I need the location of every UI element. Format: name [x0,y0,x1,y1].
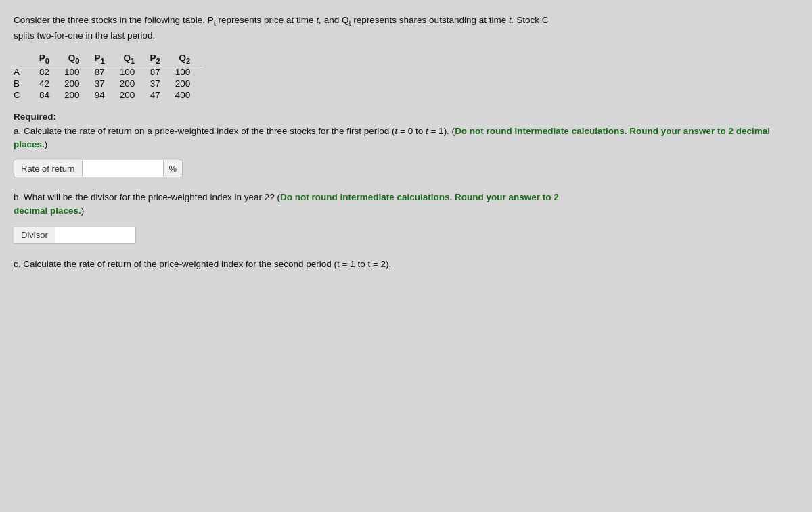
required-label: Required: [14,112,798,122]
col-header-q0: Q0 [62,52,92,66]
divisor-row: Divisor [14,227,798,244]
question-c-text: c. Calculate the rate of return of the p… [14,258,798,271]
stock-a-p0: 82 [37,66,62,78]
table-row: C 84 200 94 200 47 400 [14,89,202,101]
stock-c-q1: 200 [117,89,148,101]
stock-c-label: C [14,89,37,101]
stock-c-p2: 47 [147,89,172,101]
stock-c-q0: 200 [62,89,92,101]
divisor-input[interactable] [55,227,136,244]
stock-b-q2: 200 [173,78,203,89]
stock-a-q1: 100 [117,66,148,78]
stock-b-label: B [14,78,37,89]
question-a-bold: Do not round intermediate calculations. … [14,126,770,149]
stock-c-q2: 400 [173,89,203,101]
table-row: B 42 200 37 200 37 200 [14,78,202,89]
stock-a-q2: 100 [173,66,203,78]
stock-a-label: A [14,66,37,78]
stock-c-p0: 84 [37,89,62,101]
stock-b-q0: 200 [62,78,92,89]
rate-of-return-row: Rate of return % [14,160,798,177]
col-header-p0: P0 [37,52,62,66]
stock-data-table: P0 Q0 P1 Q1 P2 Q2 A 82 100 87 100 87 100… [14,52,202,101]
stock-b-p0: 42 [37,78,62,89]
stock-a-q0: 100 [62,66,92,78]
rate-of-return-label: Rate of return [14,160,82,177]
col-header-stock [14,52,37,66]
divisor-label: Divisor [14,227,55,244]
question-b-bold: Do not round intermediate calculations. … [14,192,559,216]
col-header-p2: P2 [147,52,172,66]
col-header-q2: Q2 [173,52,203,66]
intro-paragraph: Consider the three stocks in the followi… [14,14,798,43]
question-a-text: a. Calculate the rate of return on a pri… [14,124,798,152]
stock-a-p2: 87 [147,66,172,78]
col-header-q1: Q1 [117,52,148,66]
table-row: A 82 100 87 100 87 100 [14,66,202,78]
rate-of-return-input[interactable] [82,160,163,177]
percent-suffix: % [163,160,183,177]
col-header-p1: P1 [92,52,117,66]
stock-a-p1: 87 [92,66,117,78]
question-b-text: b. What will be the divisor for the pric… [14,191,798,218]
stock-b-p1: 37 [92,78,117,89]
stock-b-p2: 37 [147,78,172,89]
stock-b-q1: 200 [117,78,148,89]
stock-c-p1: 94 [92,89,117,101]
